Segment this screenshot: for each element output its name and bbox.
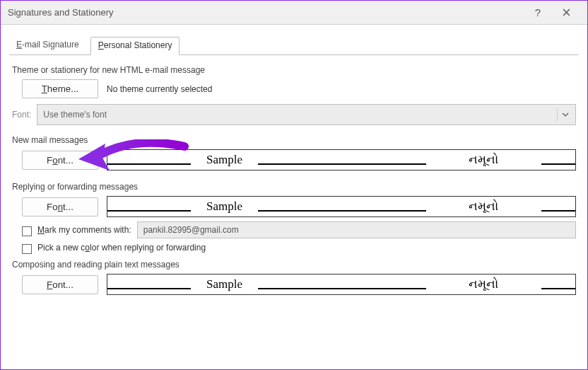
tab-personal-stationery[interactable]: Personal Stationery xyxy=(90,37,180,55)
no-theme-text: No theme currently selected xyxy=(107,84,212,94)
new-mail-sample-native: નમૂનો xyxy=(439,153,529,167)
plain-font-button[interactable]: Font... xyxy=(22,275,98,294)
plain-sample-latin: Sample xyxy=(204,277,245,291)
close-icon xyxy=(563,8,570,16)
theme-button[interactable]: Theme... xyxy=(22,79,98,98)
reply-font-button[interactable]: Font... xyxy=(22,197,98,216)
pick-color-label: Pick a new color when replying or forwar… xyxy=(37,243,206,253)
reply-preview: Sample નમૂનો xyxy=(107,196,576,217)
tab-personal-stationery-rest: ersonal Stationery xyxy=(104,40,172,50)
mark-comments-field[interactable]: pankil.82995@gmail.com xyxy=(137,221,576,238)
font-label: Font: xyxy=(12,110,31,120)
new-mail-font-button[interactable]: Font... xyxy=(22,151,98,170)
theme-font-select[interactable]: Use theme's font xyxy=(37,104,576,125)
reply-title: Replying or forwarding messages xyxy=(12,182,576,192)
pick-color-checkbox[interactable] xyxy=(22,244,32,254)
mark-comments-checkbox[interactable] xyxy=(22,226,32,236)
theme-font-value: Use theme's font xyxy=(43,110,107,120)
plain-title: Composing and reading plain text message… xyxy=(12,260,576,270)
plain-preview: Sample નમૂનો xyxy=(107,274,576,295)
plain-sample-native: નમૂનો xyxy=(439,277,529,291)
reply-sample-latin: Sample xyxy=(204,200,245,214)
new-mail-title: New mail messages xyxy=(12,135,576,145)
new-mail-preview: Sample નમૂનો xyxy=(107,149,576,170)
help-button[interactable]: ? xyxy=(524,3,552,23)
tab-strip: E-mail Signature Personal Stationery xyxy=(9,36,579,55)
reply-sample-native: નમૂનો xyxy=(439,200,529,214)
new-mail-sample-latin: Sample xyxy=(204,153,245,167)
theme-section-title: Theme or stationery for new HTML e-mail … xyxy=(12,65,576,75)
titlebar: Signatures and Stationery ? xyxy=(1,1,587,25)
close-button[interactable] xyxy=(552,3,580,23)
mark-comments-label: Mark my comments with: xyxy=(37,225,131,235)
dialog-content: Theme or stationery for new HTML e-mail … xyxy=(1,55,587,311)
tab-email-signature-rest: -mail Signature xyxy=(22,40,79,50)
tab-email-signature[interactable]: E-mail Signature xyxy=(9,37,86,55)
chevron-down-icon xyxy=(557,108,570,121)
window-title: Signatures and Stationery xyxy=(8,7,524,18)
